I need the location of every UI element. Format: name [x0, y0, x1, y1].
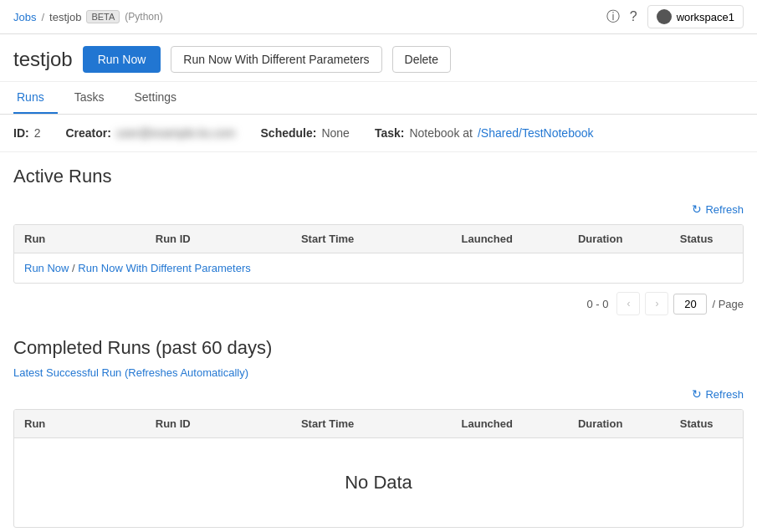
meta-creator: Creator: user@example.ks.com — [65, 126, 235, 140]
active-prev-page-button[interactable]: ‹ — [616, 292, 640, 315]
completed-runs-pagination: 0 - 0 ‹ › / Page — [0, 528, 757, 532]
completed-col-header-duration: Duration — [568, 410, 670, 438]
run-diff-params-button[interactable]: Run Now With Different Parameters — [171, 46, 381, 73]
completed-runs-table: Run Run ID Start Time Launched Duration … — [14, 410, 743, 527]
active-runs-refresh-button[interactable]: ↻ Refresh — [692, 199, 744, 219]
help-icon[interactable]: ? — [630, 9, 637, 24]
task-link[interactable]: /Shared/TestNotebook — [478, 126, 594, 140]
col-header-status: Status — [670, 225, 743, 253]
beta-badge: BETA — [86, 10, 120, 23]
id-label: ID: — [13, 126, 29, 140]
run-diff-link[interactable]: Run Now With Different Parameters — [78, 262, 250, 274]
job-name: testjob — [49, 11, 81, 23]
workspace-button[interactable]: workspace1 — [647, 5, 744, 28]
workspace-label: workspace1 — [677, 11, 734, 23]
meta-id: ID: 2 — [13, 126, 40, 140]
delete-button[interactable]: Delete — [392, 46, 451, 73]
active-runs-title: Active Runs — [13, 166, 744, 187]
schedule-value: None — [321, 126, 349, 140]
creator-value: user@example.ks.com — [116, 126, 236, 140]
completed-runs-refresh-row: ↻ Refresh — [0, 379, 757, 409]
completed-runs-title: Completed Runs (past 60 days) — [13, 337, 744, 359]
col-header-launched: Launched — [452, 225, 568, 253]
task-value: Notebook at — [409, 126, 473, 140]
active-per-page-label: / Page — [712, 298, 744, 310]
table-row: Run Now / Run Now With Different Paramet… — [14, 253, 743, 284]
tab-runs[interactable]: Runs — [13, 82, 58, 114]
active-runs-section: Active Runs — [0, 152, 757, 187]
schedule-label: Schedule: — [261, 126, 317, 140]
workspace-avatar — [657, 9, 672, 24]
run-now-link[interactable]: Run Now — [24, 262, 69, 274]
meta-row: ID: 2 Creator: user@example.ks.com Sched… — [0, 115, 757, 152]
active-runs-header-row: Run Run ID Start Time Launched Duration … — [14, 225, 743, 253]
col-header-duration: Duration — [568, 225, 670, 253]
col-header-run: Run — [14, 225, 146, 253]
no-data-cell: No Data — [14, 438, 743, 528]
completed-runs-header-row: Run Run ID Start Time Launched Duration … — [14, 410, 743, 438]
jobs-link[interactable]: Jobs — [13, 11, 36, 23]
active-runs-links-cell: Run Now / Run Now With Different Paramet… — [14, 253, 743, 284]
no-data-row: No Data — [14, 438, 743, 528]
completed-col-header-status: Status — [670, 410, 743, 438]
active-next-page-button[interactable]: › — [645, 292, 668, 315]
active-runs-pagination: 0 - 0 ‹ › / Page — [0, 284, 757, 324]
breadcrumb-separator: / — [41, 11, 44, 23]
tab-settings[interactable]: Settings — [130, 82, 190, 114]
active-refresh-icon: ↻ — [692, 202, 702, 216]
meta-task: Task: Notebook at /Shared/TestNotebook — [375, 126, 594, 140]
active-runs-table: Run Run ID Start Time Launched Duration … — [14, 225, 743, 283]
run-now-button[interactable]: Run Now — [83, 46, 161, 73]
completed-col-header-runid: Run ID — [146, 410, 291, 438]
completed-refresh-label: Refresh — [705, 388, 744, 401]
creator-label: Creator: — [65, 126, 110, 140]
completed-runs-table-container: Run Run ID Start Time Launched Duration … — [13, 409, 744, 528]
active-page-range: 0 - 0 — [586, 298, 608, 310]
info-icon[interactable]: ⓘ — [606, 8, 620, 26]
top-nav: Jobs / testjob BETA (Python) ⓘ ? workspa… — [0, 0, 757, 34]
active-runs-table-body: Run Now / Run Now With Different Paramet… — [14, 253, 743, 284]
completed-runs-refresh-button[interactable]: ↻ Refresh — [692, 384, 744, 404]
active-refresh-label: Refresh — [705, 203, 744, 216]
latest-run-link[interactable]: Latest Successful Run (Refreshes Automat… — [13, 366, 248, 379]
completed-refresh-icon: ↻ — [692, 387, 702, 401]
completed-runs-section: Completed Runs (past 60 days) Latest Suc… — [0, 324, 757, 379]
meta-schedule: Schedule: None — [261, 126, 350, 140]
completed-col-header-starttime: Start Time — [291, 410, 452, 438]
col-header-starttime: Start Time — [291, 225, 452, 253]
active-page-size-input[interactable] — [673, 294, 707, 315]
col-header-runid: Run ID — [146, 225, 291, 253]
active-runs-table-container: Run Run ID Start Time Launched Duration … — [13, 224, 744, 284]
tab-tasks[interactable]: Tasks — [71, 82, 118, 114]
lang-badge: (Python) — [125, 11, 162, 23]
breadcrumb: Jobs / testjob BETA (Python) — [13, 10, 163, 23]
top-nav-right: ⓘ ? workspace1 — [606, 5, 744, 28]
active-runs-table-head: Run Run ID Start Time Launched Duration … — [14, 225, 743, 253]
task-label: Task: — [375, 126, 405, 140]
completed-runs-table-body: No Data — [14, 438, 743, 528]
id-value: 2 — [34, 126, 41, 140]
completed-runs-table-head: Run Run ID Start Time Launched Duration … — [14, 410, 743, 438]
active-runs-refresh-row: ↻ Refresh — [0, 194, 757, 224]
completed-col-header-launched: Launched — [452, 410, 568, 438]
page-header: testjob Run Now Run Now With Different P… — [0, 34, 757, 82]
completed-col-header-run: Run — [14, 410, 146, 438]
page-title: testjob — [13, 48, 73, 71]
tabs-bar: Runs Tasks Settings — [0, 82, 757, 115]
